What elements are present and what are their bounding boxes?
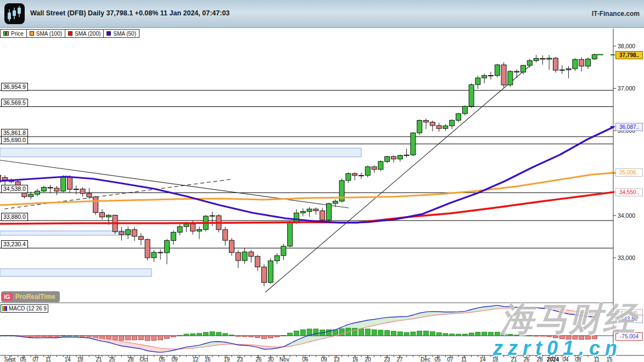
candle-body — [307, 209, 312, 211]
macd-histogram-bar — [352, 328, 357, 336]
candle-body — [372, 167, 377, 169]
macd-histogram-bar — [333, 330, 338, 336]
candle-body — [249, 252, 254, 256]
candle-body — [100, 212, 105, 217]
candle-body — [450, 120, 455, 126]
candle-body — [391, 157, 396, 159]
macd-histogram-bar — [294, 331, 299, 336]
candle-body — [417, 121, 422, 133]
macd-histogram-bar — [74, 336, 79, 336]
trendline[interactable] — [265, 66, 530, 292]
candle-body — [359, 176, 364, 176]
candle-body — [223, 230, 228, 240]
macd-histogram-bar — [411, 332, 416, 336]
candle-body — [15, 182, 20, 188]
supply-zone-band[interactable] — [0, 148, 361, 157]
candle-body — [236, 252, 240, 261]
legend-item-sma-200[interactable]: SMA (200) — [65, 29, 104, 38]
macd-histogram-bar — [242, 336, 247, 337]
macd-histogram-bar — [313, 329, 318, 336]
legend-item-price[interactable]: Price — [0, 29, 27, 38]
candle-body — [158, 252, 163, 253]
macd-histogram-bar — [372, 330, 377, 336]
candle-body — [333, 201, 338, 203]
candle-body — [54, 188, 59, 191]
candle-body — [482, 76, 487, 78]
macd-histogram-bar — [300, 330, 305, 336]
macd-fill — [371, 319, 378, 325]
price-icon — [3, 31, 9, 36]
macd-histogram-bar — [430, 332, 435, 336]
legend-item-label: SMA (100) — [36, 31, 62, 37]
legend-item-label: SMA (50) — [113, 31, 136, 37]
sma100-icon — [30, 31, 34, 36]
candle-body — [508, 71, 513, 85]
macd-histogram-bar — [132, 336, 137, 340]
macd-histogram-bar — [223, 333, 228, 336]
candle-body — [469, 84, 474, 106]
legend-item-sma-50[interactable]: SMA (50) — [103, 29, 139, 38]
candle-body — [68, 177, 72, 189]
macd-histogram-bar — [378, 330, 383, 336]
sma100-line — [0, 173, 613, 205]
macd-histogram-bar — [275, 336, 279, 337]
candle-body — [462, 106, 467, 114]
macd-histogram-bar — [288, 333, 293, 336]
candle-body — [553, 58, 558, 70]
trendline[interactable] — [0, 160, 349, 208]
candle-body — [430, 122, 435, 126]
macd-histogram-bar — [417, 331, 422, 336]
candle-body — [106, 215, 111, 217]
macd-histogram-bar — [197, 333, 202, 336]
candle-body — [566, 69, 571, 70]
candle-body — [579, 59, 584, 66]
macd-histogram-bar — [165, 336, 170, 338]
macd-indicator-label[interactable]: MACD (12 26 9 — [1, 304, 48, 313]
candle-body — [495, 65, 500, 75]
macd-histogram-bar — [61, 335, 66, 336]
sma200-line — [0, 192, 613, 224]
macd-histogram-bar — [469, 333, 474, 336]
prorealtime-badge[interactable]: IG ProRealTime — [1, 291, 60, 302]
candle-body — [29, 194, 33, 196]
macd-histogram-bar — [255, 336, 260, 337]
macd-histogram-bar — [80, 336, 85, 336]
macd-histogram-bar — [191, 333, 195, 336]
macd-histogram-bar — [216, 332, 221, 336]
supply-zone-band[interactable] — [0, 269, 152, 276]
watermark-url: zzrt01.cn — [493, 337, 622, 360]
candle-body — [145, 240, 150, 258]
macd-histogram-bar — [48, 336, 53, 336]
chart-title: Wall Street (DFB) Daily 37,798.1 +0.08% … — [30, 9, 229, 17]
candle-body — [255, 256, 260, 267]
candle-body — [385, 157, 390, 162]
candle-body — [424, 121, 429, 122]
macd-histogram-bar — [54, 336, 59, 336]
candle-body — [80, 189, 85, 194]
candle-body — [281, 246, 286, 256]
sma200-icon — [68, 31, 72, 36]
candle-body — [514, 71, 519, 72]
candle-body — [320, 211, 325, 220]
macd-histogram-bar — [262, 336, 267, 339]
candle-body — [210, 216, 215, 216]
watermark-cn: 海马财经 — [501, 297, 637, 342]
candle-body — [327, 203, 332, 220]
candle-body — [74, 189, 79, 190]
sma50-icon — [107, 31, 111, 36]
macd-histogram-bar — [106, 336, 111, 338]
candle-body — [547, 58, 552, 59]
candle-body — [288, 222, 293, 246]
macd-icon — [2, 306, 7, 311]
candle-body — [475, 78, 480, 84]
candle-body — [365, 167, 370, 176]
legend-item-label: Price — [11, 31, 24, 37]
candle-body — [346, 173, 351, 180]
macd-histogram-bar — [456, 334, 461, 336]
macd-histogram-bar — [385, 330, 390, 336]
legend-item-sma-100[interactable]: SMA (100) — [26, 29, 65, 38]
macd-histogram-bar — [462, 334, 467, 336]
macd-histogram-bar — [268, 336, 273, 338]
candle-body — [352, 173, 357, 176]
candle-body — [35, 191, 40, 194]
